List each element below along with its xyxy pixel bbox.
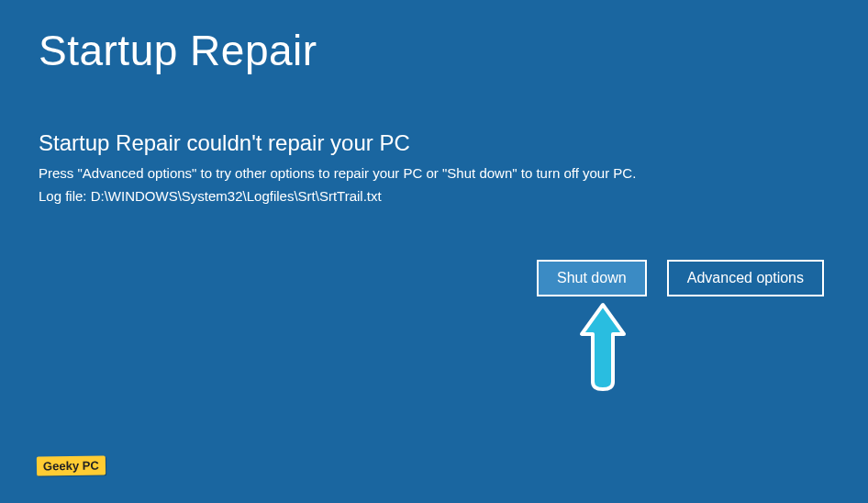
logfile-path: Log file: D:\WINDOWS\System32\Logfiles\S… xyxy=(39,188,829,204)
shutdown-button[interactable]: Shut down xyxy=(537,260,647,296)
watermark-badge: Geeky PC xyxy=(37,455,106,475)
button-row: Shut down Advanced options xyxy=(537,260,824,296)
page-title: Startup Repair xyxy=(39,26,829,75)
main-content: Startup Repair Startup Repair couldn't r… xyxy=(0,0,868,229)
instruction-text: Press "Advanced options" to try other op… xyxy=(39,165,829,181)
advanced-options-button[interactable]: Advanced options xyxy=(667,260,824,296)
arrow-annotation-icon xyxy=(571,297,635,402)
status-heading: Startup Repair couldn't repair your PC xyxy=(39,130,829,156)
